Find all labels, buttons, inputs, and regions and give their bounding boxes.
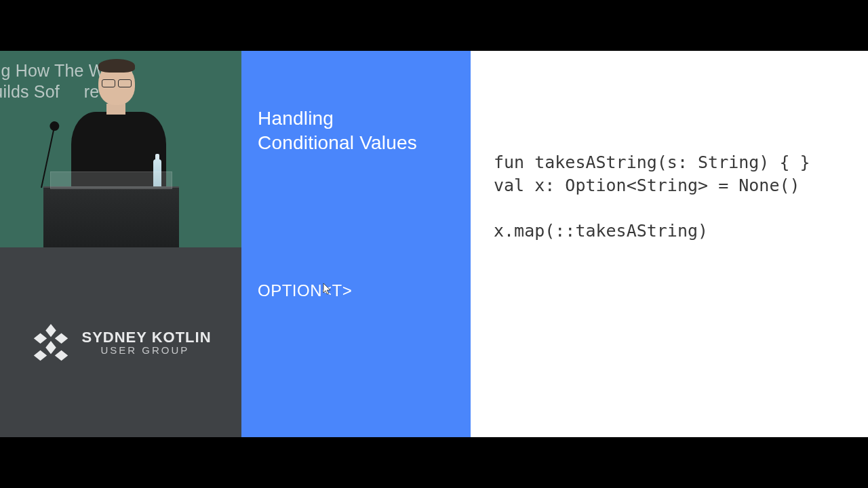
slide-title-line1: Handling [258, 108, 334, 129]
logo-pane: SYDNEY KOTLIN USER GROUP [0, 247, 241, 437]
code-block: fun takesAString(s: String) { } val x: O… [494, 151, 868, 243]
code-line-2: val x: Option<String> = None() [494, 176, 800, 195]
svg-marker-0 [46, 324, 57, 337]
video-frame: rming How The World Builds Sof re [0, 51, 868, 437]
podium [43, 186, 179, 247]
slide-title: Handling Conditional Values [258, 106, 453, 155]
svg-marker-1 [55, 333, 68, 344]
slide-code-column: fun takesAString(s: String) { } val x: O… [471, 51, 868, 437]
svg-marker-3 [46, 341, 57, 354]
code-line-3: x.map(::takesAString) [494, 221, 708, 241]
logo-text: SYDNEY KOTLIN USER GROUP [81, 329, 211, 356]
glasses-icon [102, 79, 132, 86]
svg-marker-5 [34, 350, 47, 361]
logo-line2: USER GROUP [100, 345, 211, 356]
left-column: rming How The World Builds Sof re [0, 51, 241, 437]
slide-title-line2: Conditional Values [258, 132, 417, 153]
code-line-1: fun takesAString(s: String) { } [494, 152, 810, 172]
speaker-neck [106, 104, 125, 115]
svg-marker-2 [34, 333, 47, 344]
speaker-hair [98, 59, 135, 73]
slide-title-column: Handling Conditional Values OPTION<T> [241, 51, 471, 437]
speaker-camera-pane: rming How The World Builds Sof re [0, 51, 241, 247]
logo-line1: SYDNEY KOTLIN [81, 329, 211, 345]
group-logo: SYDNEY KOTLIN USER GROUP [30, 321, 211, 363]
slide-subheading: OPTION<T> [258, 281, 352, 300]
logo-mark-icon [30, 321, 72, 363]
svg-marker-4 [55, 350, 68, 361]
